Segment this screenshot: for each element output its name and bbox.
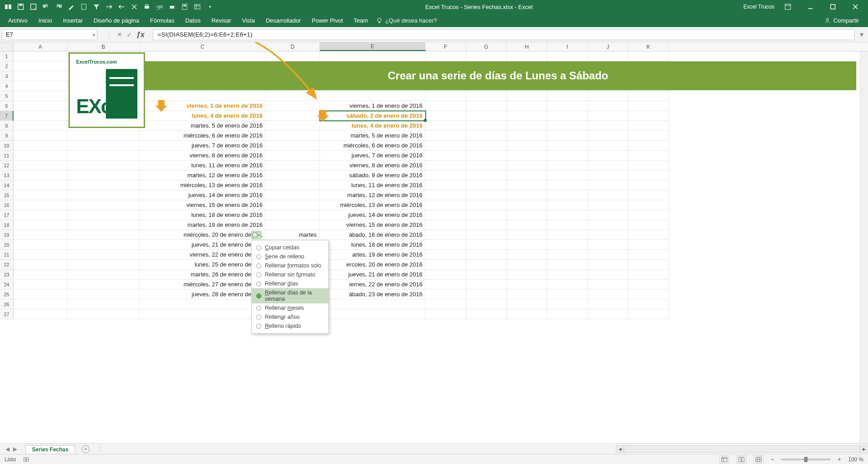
- cell-H10[interactable]: [507, 141, 547, 151]
- cell-B12[interactable]: [68, 161, 140, 170]
- row-header[interactable]: 1: [0, 51, 14, 61]
- tab-revisar[interactable]: Revisar: [206, 14, 236, 27]
- row-header[interactable]: 16: [0, 200, 14, 210]
- cell-K12[interactable]: [628, 161, 669, 170]
- cell-D12[interactable]: [266, 161, 320, 170]
- cell-F5[interactable]: [426, 91, 466, 101]
- cell-G24[interactable]: [466, 280, 507, 289]
- cell-E14[interactable]: lunes, 11 de enero de 2016: [320, 180, 426, 190]
- cell-G10[interactable]: [466, 141, 507, 151]
- cell-F10[interactable]: [426, 141, 466, 151]
- autofill-option[interactable]: Rellenar meses: [252, 303, 328, 312]
- cell-K16[interactable]: [628, 200, 669, 210]
- cell-C23[interactable]: martes, 26 de enero de 201: [140, 270, 266, 280]
- cell-H23[interactable]: [507, 270, 547, 280]
- cell-D17[interactable]: [266, 210, 320, 220]
- cell-H11[interactable]: [507, 151, 547, 161]
- cell-F12[interactable]: [426, 161, 466, 170]
- cell-F6[interactable]: [426, 101, 466, 111]
- cell-G12[interactable]: [466, 161, 507, 170]
- cell-C21[interactable]: viernes, 22 de enero de 201: [140, 250, 266, 260]
- row-header[interactable]: 21: [0, 250, 14, 260]
- cell-A8[interactable]: [14, 121, 68, 131]
- row-header[interactable]: 6: [0, 101, 14, 111]
- cell-F20[interactable]: [426, 240, 466, 250]
- cell-F27[interactable]: [426, 309, 466, 319]
- cell-G6[interactable]: [466, 101, 507, 111]
- cell-A14[interactable]: [14, 180, 68, 190]
- row-header[interactable]: 25: [0, 289, 14, 299]
- cell-I25[interactable]: [547, 289, 588, 299]
- cell-C1[interactable]: [140, 51, 266, 61]
- cell-I27[interactable]: [547, 309, 588, 319]
- cell-G23[interactable]: [466, 270, 507, 280]
- cell-H7[interactable]: [507, 111, 547, 121]
- cell-K21[interactable]: [628, 250, 669, 260]
- row-header[interactable]: 5: [0, 91, 14, 101]
- cell-C8[interactable]: martes, 5 de enero de 2016: [140, 121, 266, 131]
- cell-J17[interactable]: [588, 210, 628, 220]
- cell-A15[interactable]: [14, 190, 68, 200]
- filter-icon[interactable]: [93, 3, 100, 10]
- cell-K27[interactable]: [628, 309, 669, 319]
- cell-K5[interactable]: [628, 91, 669, 101]
- row-header[interactable]: 14: [0, 180, 14, 190]
- autofill-option[interactable]: Rellenar sin formato: [252, 270, 328, 279]
- row-header[interactable]: 17: [0, 210, 14, 220]
- cell-G16[interactable]: [466, 200, 507, 210]
- sheet-nav-next-icon[interactable]: ▶: [13, 446, 17, 452]
- cell-K8[interactable]: [628, 121, 669, 131]
- row-header[interactable]: 18: [0, 220, 14, 230]
- cell-D7[interactable]: [266, 111, 320, 121]
- touch-mode-icon[interactable]: [5, 3, 12, 10]
- cell-J8[interactable]: [588, 121, 628, 131]
- cell-E19[interactable]: ábado, 16 de enero de 2016: [320, 230, 426, 240]
- cell-G26[interactable]: [466, 299, 507, 309]
- cell-K17[interactable]: [628, 210, 669, 220]
- tab-inicio[interactable]: Inicio: [33, 14, 57, 27]
- ribbon-options-icon[interactable]: [779, 0, 797, 14]
- minimize-button[interactable]: [801, 0, 819, 14]
- cell-I21[interactable]: [547, 250, 588, 260]
- cell-K13[interactable]: [628, 170, 669, 180]
- cell-E27[interactable]: [320, 309, 426, 319]
- calculator-icon[interactable]: [181, 3, 188, 10]
- redo-icon[interactable]: [55, 3, 62, 10]
- cell-G17[interactable]: [466, 210, 507, 220]
- formula-bar-expand-icon[interactable]: ▾: [857, 30, 866, 39]
- cell-B9[interactable]: [68, 131, 140, 141]
- cell-C22[interactable]: lunes, 25 de enero de 201: [140, 260, 266, 270]
- cell-B25[interactable]: [68, 289, 140, 299]
- cell-K6[interactable]: [628, 101, 669, 111]
- cell-H21[interactable]: [507, 250, 547, 260]
- quick-print-icon[interactable]: [168, 3, 176, 10]
- cell-C20[interactable]: jueves, 21 de enero de 201: [140, 240, 266, 250]
- cell-E6[interactable]: viernes, 1 de enero de 2016: [320, 101, 426, 111]
- cell-D15[interactable]: [266, 190, 320, 200]
- cell-E15[interactable]: martes, 12 de enero de 2016: [320, 190, 426, 200]
- row-header[interactable]: 15: [0, 190, 14, 200]
- cell-E20[interactable]: lunes, 18 de enero de 2016: [320, 240, 426, 250]
- cell-D19[interactable]: martes: [266, 230, 320, 240]
- cell-B10[interactable]: [68, 141, 140, 151]
- hscroll-left-icon[interactable]: ◀: [616, 446, 624, 453]
- spreadsheet-grid[interactable]: A B C D E F G H I J K 123456viernes, 1 d…: [0, 42, 868, 443]
- tab-formulas[interactable]: Fórmulas: [145, 14, 180, 27]
- macro-record-icon[interactable]: [23, 456, 29, 463]
- cell-F25[interactable]: [426, 289, 466, 299]
- col-header-A[interactable]: A: [14, 42, 68, 51]
- cell-C27[interactable]: [140, 309, 266, 319]
- tell-me[interactable]: ¿Qué desea hacer?: [376, 17, 437, 24]
- cell-K19[interactable]: [628, 230, 669, 240]
- cell-J16[interactable]: [588, 200, 628, 210]
- cell-H18[interactable]: [507, 220, 547, 230]
- cell-C10[interactable]: jueves, 7 de enero de 2016: [140, 141, 266, 151]
- cell-F22[interactable]: [426, 260, 466, 270]
- col-header-E[interactable]: E: [320, 42, 426, 51]
- sheet-nav-prev-icon[interactable]: ◀: [5, 446, 9, 452]
- cell-A27[interactable]: [14, 309, 68, 319]
- add-sheet-button[interactable]: +: [82, 445, 90, 453]
- cell-B16[interactable]: [68, 200, 140, 210]
- cell-I10[interactable]: [547, 141, 588, 151]
- tab-datos[interactable]: Datos: [180, 14, 206, 27]
